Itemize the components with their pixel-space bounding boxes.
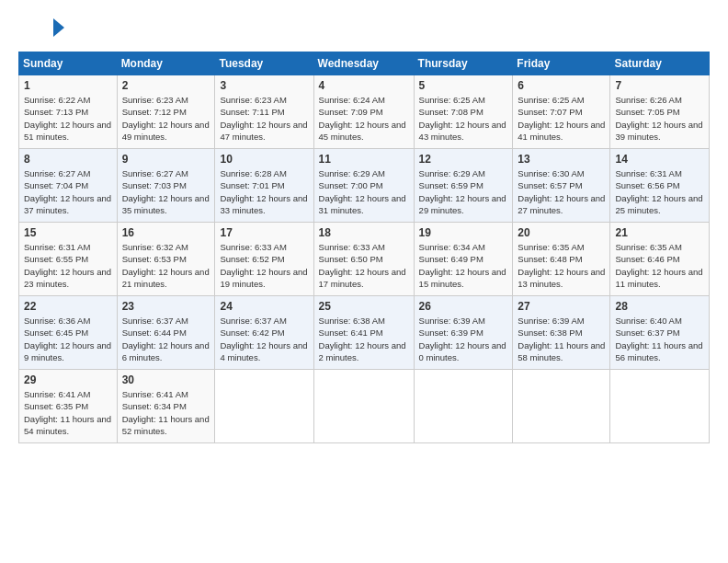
calendar-cell: 6Sunrise: 6:25 AMSunset: 7:07 PMDaylight… [513,75,610,149]
weekday-header-sunday: Sunday [19,52,118,75]
calendar-cell: 30Sunrise: 6:41 AMSunset: 6:34 PMDayligh… [117,370,215,443]
calendar-cell: 3Sunrise: 6:23 AMSunset: 7:11 PMDaylight… [215,75,313,149]
day-info: Sunrise: 6:29 AMSunset: 6:59 PMDaylight:… [419,167,508,216]
day-number: 23 [122,300,210,313]
day-number: 25 [319,300,409,313]
weekday-header-saturday: Saturday [610,52,710,75]
day-info: Sunrise: 6:30 AMSunset: 6:57 PMDaylight:… [518,167,605,216]
day-number: 26 [419,300,508,313]
weekday-header-thursday: Thursday [414,52,513,75]
calendar-cell: 11Sunrise: 6:29 AMSunset: 7:00 PMDayligh… [313,149,414,223]
day-number: 15 [24,226,112,239]
day-info: Sunrise: 6:27 AMSunset: 7:03 PMDaylight:… [122,167,210,216]
calendar-cell: 7Sunrise: 6:26 AMSunset: 7:05 PMDaylight… [610,75,710,149]
day-info: Sunrise: 6:28 AMSunset: 7:01 PMDaylight:… [220,167,308,216]
day-number: 17 [220,226,308,239]
day-number: 30 [122,373,210,386]
day-number: 28 [615,300,704,313]
header [18,15,710,42]
calendar-cell: 27Sunrise: 6:39 AMSunset: 6:38 PMDayligh… [513,296,610,370]
day-info: Sunrise: 6:35 AMSunset: 6:46 PMDaylight:… [615,241,704,290]
day-number: 7 [615,79,704,92]
day-info: Sunrise: 6:25 AMSunset: 7:08 PMDaylight:… [419,94,508,143]
calendar-cell: 5Sunrise: 6:25 AMSunset: 7:08 PMDaylight… [414,75,513,149]
day-number: 9 [122,153,210,166]
calendar-cell: 24Sunrise: 6:37 AMSunset: 6:42 PMDayligh… [215,296,313,370]
day-info: Sunrise: 6:37 AMSunset: 6:42 PMDaylight:… [220,315,308,363]
day-number: 21 [615,226,704,239]
calendar-cell: 8Sunrise: 6:27 AMSunset: 7:04 PMDaylight… [19,149,118,223]
calendar-cell: 21Sunrise: 6:35 AMSunset: 6:46 PMDayligh… [610,223,710,296]
day-info: Sunrise: 6:41 AMSunset: 6:35 PMDaylight:… [24,388,112,437]
day-number: 6 [518,79,605,92]
day-info: Sunrise: 6:37 AMSunset: 6:44 PMDaylight:… [122,315,210,363]
day-info: Sunrise: 6:23 AMSunset: 7:12 PMDaylight:… [122,94,210,143]
day-info: Sunrise: 6:39 AMSunset: 6:38 PMDaylight:… [518,315,605,363]
day-info: Sunrise: 6:26 AMSunset: 7:05 PMDaylight:… [615,94,704,143]
day-info: Sunrise: 6:23 AMSunset: 7:11 PMDaylight:… [220,94,308,143]
calendar-cell [414,370,513,443]
day-number: 1 [24,79,112,92]
calendar-cell: 4Sunrise: 6:24 AMSunset: 7:09 PMDaylight… [313,75,414,149]
day-number: 8 [24,153,112,166]
day-info: Sunrise: 6:34 AMSunset: 6:49 PMDaylight:… [419,241,508,290]
calendar-cell [610,370,710,443]
day-info: Sunrise: 6:40 AMSunset: 6:37 PMDaylight:… [615,315,704,363]
day-info: Sunrise: 6:25 AMSunset: 7:07 PMDaylight:… [518,94,605,143]
calendar-cell: 17Sunrise: 6:33 AMSunset: 6:52 PMDayligh… [215,223,313,296]
calendar-cell: 20Sunrise: 6:35 AMSunset: 6:48 PMDayligh… [513,223,610,296]
calendar-cell [313,370,414,443]
day-info: Sunrise: 6:29 AMSunset: 7:00 PMDaylight:… [319,167,409,216]
day-number: 10 [220,153,308,166]
calendar-cell: 13Sunrise: 6:30 AMSunset: 6:57 PMDayligh… [513,149,610,223]
calendar-cell: 15Sunrise: 6:31 AMSunset: 6:55 PMDayligh… [19,223,118,296]
day-number: 5 [419,79,508,92]
day-info: Sunrise: 6:31 AMSunset: 6:56 PMDaylight:… [615,167,704,216]
calendar-cell: 19Sunrise: 6:34 AMSunset: 6:49 PMDayligh… [414,223,513,296]
day-info: Sunrise: 6:22 AMSunset: 7:13 PMDaylight:… [24,94,112,143]
day-number: 19 [419,226,508,239]
calendar-cell: 14Sunrise: 6:31 AMSunset: 6:56 PMDayligh… [610,149,710,223]
calendar-cell: 28Sunrise: 6:40 AMSunset: 6:37 PMDayligh… [610,296,710,370]
calendar-cell: 1Sunrise: 6:22 AMSunset: 7:13 PMDaylight… [19,75,118,149]
calendar-cell: 12Sunrise: 6:29 AMSunset: 6:59 PMDayligh… [414,149,513,223]
day-number: 27 [518,300,605,313]
day-info: Sunrise: 6:31 AMSunset: 6:55 PMDaylight:… [24,241,112,290]
day-number: 18 [319,226,409,239]
weekday-header-wednesday: Wednesday [313,52,414,75]
day-info: Sunrise: 6:38 AMSunset: 6:41 PMDaylight:… [319,315,409,363]
day-number: 22 [24,300,112,313]
day-number: 12 [419,153,508,166]
calendar-cell: 16Sunrise: 6:32 AMSunset: 6:53 PMDayligh… [117,223,215,296]
calendar-cell: 18Sunrise: 6:33 AMSunset: 6:50 PMDayligh… [313,223,414,296]
day-info: Sunrise: 6:33 AMSunset: 6:52 PMDaylight:… [220,241,308,290]
day-number: 29 [24,373,112,386]
calendar-cell: 25Sunrise: 6:38 AMSunset: 6:41 PMDayligh… [313,296,414,370]
svg-marker-0 [53,18,64,37]
weekday-header-monday: Monday [117,52,215,75]
calendar-cell [215,370,313,443]
day-number: 13 [518,153,605,166]
day-info: Sunrise: 6:35 AMSunset: 6:48 PMDaylight:… [518,241,605,290]
calendar-cell: 9Sunrise: 6:27 AMSunset: 7:03 PMDaylight… [117,149,215,223]
logo-icon [18,15,64,42]
day-number: 11 [319,153,409,166]
logo [18,15,68,42]
calendar-cell [513,370,610,443]
calendar-cell: 26Sunrise: 6:39 AMSunset: 6:39 PMDayligh… [414,296,513,370]
day-number: 14 [615,153,704,166]
day-info: Sunrise: 6:33 AMSunset: 6:50 PMDaylight:… [319,241,409,290]
day-number: 3 [220,79,308,92]
calendar-cell: 22Sunrise: 6:36 AMSunset: 6:45 PMDayligh… [19,296,118,370]
day-number: 16 [122,226,210,239]
day-info: Sunrise: 6:24 AMSunset: 7:09 PMDaylight:… [319,94,409,143]
calendar-cell: 2Sunrise: 6:23 AMSunset: 7:12 PMDaylight… [117,75,215,149]
calendar-cell: 29Sunrise: 6:41 AMSunset: 6:35 PMDayligh… [19,370,118,443]
day-number: 20 [518,226,605,239]
calendar-table: SundayMondayTuesdayWednesdayThursdayFrid… [18,52,710,443]
day-info: Sunrise: 6:32 AMSunset: 6:53 PMDaylight:… [122,241,210,290]
calendar-cell: 10Sunrise: 6:28 AMSunset: 7:01 PMDayligh… [215,149,313,223]
day-info: Sunrise: 6:36 AMSunset: 6:45 PMDaylight:… [24,315,112,363]
day-number: 2 [122,79,210,92]
day-number: 24 [220,300,308,313]
